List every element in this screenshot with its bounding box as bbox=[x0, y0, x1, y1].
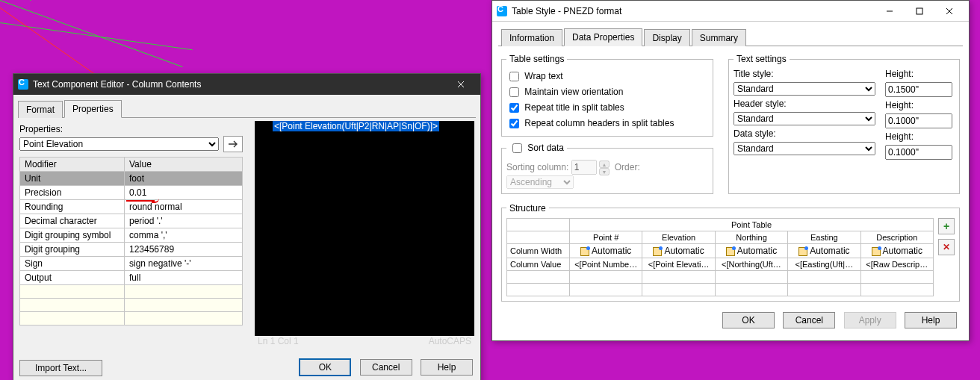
spin-up: ▲ bbox=[599, 161, 610, 168]
header-height-label: Height: bbox=[885, 100, 952, 110]
row-column-value[interactable]: Column Value <[Point Numbe… <[Point Elev… bbox=[507, 258, 934, 270]
title-style-label: Title style: bbox=[734, 69, 879, 79]
data-style-select[interactable]: Standard bbox=[734, 142, 875, 155]
red-underline-annotation bbox=[126, 200, 155, 202]
code-preview[interactable]: <[Point Elevation(Uft|P2|RN|AP|Sn|OF)]> bbox=[255, 121, 474, 336]
maintain-check[interactable]: Maintain view orientation bbox=[506, 85, 623, 99]
title-height-input[interactable] bbox=[885, 82, 952, 97]
table-row[interactable]: Decimal characterperiod '.' bbox=[20, 214, 243, 228]
col-easting[interactable]: Easting bbox=[788, 231, 860, 243]
title-height-label: Height: bbox=[885, 69, 952, 79]
data-style-label: Data style: bbox=[734, 128, 879, 139]
insert-arrow-button[interactable] bbox=[223, 136, 243, 152]
row-column-width[interactable]: Column Width Automatic Automatic Automat… bbox=[507, 243, 934, 258]
app-icon bbox=[18, 79, 28, 90]
edit-icon[interactable] bbox=[653, 247, 662, 256]
sort-data-group: Sort data Sorting column: ▲ ▼ Order: Asc… bbox=[501, 141, 713, 194]
edit-icon[interactable] bbox=[726, 247, 735, 256]
spin-down: ▼ bbox=[599, 168, 610, 175]
help-button[interactable]: Help bbox=[421, 359, 473, 376]
header-style-label: Header style: bbox=[734, 99, 879, 109]
svg-rect-0 bbox=[917, 8, 922, 14]
col-modifier: Modifier bbox=[20, 158, 125, 172]
table-row[interactable]: Precision0.01 bbox=[20, 186, 243, 200]
modifier-table: Modifier Value Unitfoot Precision0.01 Ro… bbox=[19, 157, 243, 326]
ts-titlebar: Table Style - PNEZD format bbox=[492, 1, 969, 22]
data-height-label: Height: bbox=[885, 131, 952, 142]
tce-titlebar: Text Component Editor - Column Contents bbox=[13, 74, 480, 95]
data-height-input[interactable] bbox=[885, 145, 952, 160]
table-settings-legend: Table settings bbox=[506, 54, 567, 64]
table-row[interactable]: Roundinground normal bbox=[20, 200, 243, 214]
sorting-column-label: Sorting column: bbox=[506, 162, 568, 172]
tab-information[interactable]: Information bbox=[501, 29, 562, 46]
repeat-headers-check[interactable]: Repeat column headers in split tables bbox=[506, 116, 674, 131]
header-style-select[interactable]: Standard bbox=[734, 112, 875, 125]
repeat-title-check[interactable]: Repeat title in split tables bbox=[506, 101, 624, 115]
order-label: Order: bbox=[615, 162, 640, 172]
col-elevation[interactable]: Elevation bbox=[642, 231, 715, 243]
edit-icon[interactable] bbox=[580, 247, 589, 256]
structure-group: Structure Point Table Point # Elevation … bbox=[501, 203, 960, 302]
edit-icon[interactable] bbox=[872, 247, 881, 256]
app-icon bbox=[497, 6, 507, 16]
tab-format[interactable]: Format bbox=[18, 101, 63, 118]
ok-button[interactable]: OK bbox=[722, 312, 775, 328]
table-row[interactable]: Digit grouping symbolcomma ',' bbox=[20, 228, 243, 243]
sorting-column-input bbox=[571, 160, 597, 175]
table-row[interactable]: Unitfoot bbox=[20, 172, 243, 186]
status-autocaps: AutoCAPS bbox=[429, 336, 471, 346]
structure-legend: Structure bbox=[506, 203, 549, 214]
property-select[interactable]: Point Elevation bbox=[19, 137, 219, 151]
delete-column-button[interactable] bbox=[938, 239, 955, 255]
add-column-button[interactable] bbox=[938, 218, 955, 234]
tab-display[interactable]: Display bbox=[644, 29, 689, 46]
cancel-button[interactable]: Cancel bbox=[783, 312, 835, 328]
table-settings-group: Table settings Wrap text Maintain view o… bbox=[501, 54, 713, 137]
close-icon[interactable] bbox=[446, 74, 476, 95]
ts-title: Table Style - PNEZD format bbox=[512, 6, 621, 16]
col-description[interactable]: Description bbox=[860, 231, 933, 243]
table-row[interactable]: Outputfull bbox=[20, 271, 243, 285]
minimize-icon[interactable] bbox=[875, 1, 905, 22]
header-height-input[interactable] bbox=[885, 113, 952, 128]
sort-data-check[interactable]: Sort data bbox=[506, 141, 567, 155]
text-settings-legend: Text settings bbox=[734, 54, 790, 64]
col-point[interactable]: Point # bbox=[570, 231, 642, 243]
table-row[interactable]: Signsign negative '-' bbox=[20, 257, 243, 271]
tce-title: Text Component Editor - Column Contents bbox=[33, 79, 201, 90]
wrap-text-check[interactable]: Wrap text bbox=[506, 69, 562, 84]
table-row[interactable]: Digit grouping123456789 bbox=[20, 243, 243, 257]
title-style-select[interactable]: Standard bbox=[734, 82, 875, 96]
tab-data-properties[interactable]: Data Properties bbox=[564, 28, 642, 46]
order-select: Ascending bbox=[506, 175, 574, 189]
tab-properties[interactable]: Properties bbox=[64, 100, 122, 118]
tab-summary[interactable]: Summary bbox=[692, 29, 746, 46]
edit-icon[interactable] bbox=[798, 247, 807, 256]
structure-super-header: Point Table bbox=[570, 218, 934, 231]
import-text-button[interactable]: Import Text... bbox=[19, 360, 102, 376]
maximize-icon[interactable] bbox=[905, 1, 934, 22]
help-button[interactable]: Help bbox=[905, 312, 957, 328]
text-settings-group: Text settings Title style: Standard Head… bbox=[728, 54, 960, 194]
col-value: Value bbox=[125, 158, 243, 172]
structure-table[interactable]: Point Table Point # Elevation Northing E… bbox=[506, 218, 934, 296]
status-cursor: Ln 1 Col 1 bbox=[258, 336, 429, 346]
apply-button: Apply bbox=[844, 312, 896, 328]
ok-button[interactable]: OK bbox=[299, 358, 351, 376]
col-northing[interactable]: Northing bbox=[715, 231, 787, 243]
properties-label: Properties: bbox=[19, 124, 243, 134]
cancel-button[interactable]: Cancel bbox=[360, 359, 412, 376]
close-icon[interactable] bbox=[934, 1, 964, 22]
